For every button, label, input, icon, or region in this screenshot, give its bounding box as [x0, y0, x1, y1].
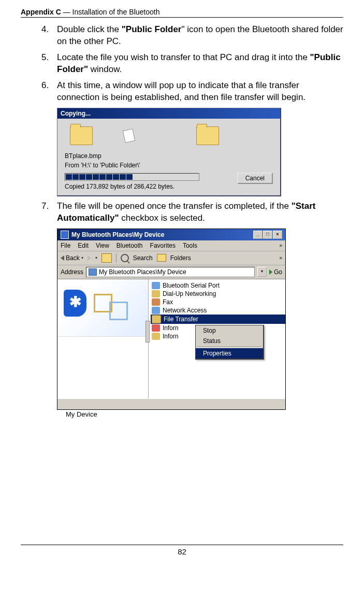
- search-icon: [121, 254, 129, 262]
- dropdown-icon: ▾: [95, 255, 97, 260]
- statusbar: [57, 398, 285, 409]
- window-icon: [61, 231, 69, 239]
- step-number: 4.: [41, 24, 57, 48]
- menu-view[interactable]: View: [96, 242, 109, 249]
- page-header: Appendix C — Installation of the Bluetoo…: [21, 8, 343, 18]
- page-number: 82: [178, 547, 186, 556]
- address-label: Address: [61, 268, 83, 276]
- page-footer: 82: [21, 545, 343, 556]
- close-button[interactable]: ×: [273, 231, 282, 239]
- step-6: 6. At this time, a window will pop up to…: [41, 80, 343, 104]
- explorer-figure: My Bluetooth Places\My Device _ □ × File…: [57, 229, 343, 410]
- go-button[interactable]: Go: [269, 268, 282, 276]
- address-dropdown-button[interactable]: ▾: [257, 267, 267, 277]
- cancel-button[interactable]: Cancel: [237, 173, 273, 184]
- toolbar: Back ▾ ▾ Search Folders »: [57, 251, 285, 265]
- back-button[interactable]: Back ▾: [61, 254, 83, 262]
- context-stop[interactable]: Stop: [196, 325, 263, 336]
- explorer-window: My Bluetooth Places\My Device _ □ × File…: [57, 229, 286, 410]
- service-file-transfer[interactable]: File Transfer: [151, 315, 285, 324]
- info-icon: [152, 333, 160, 340]
- step-number: 7.: [41, 201, 57, 224]
- chevron-icon[interactable]: »: [279, 255, 282, 261]
- menu-bluetooth[interactable]: Bluetooth: [117, 242, 143, 249]
- up-folder-button[interactable]: [101, 253, 112, 263]
- step-number: 5.: [41, 52, 57, 76]
- step-4: 4. Double click the "Public Folder" icon…: [41, 24, 343, 48]
- menubar: File Edit View Bluetooth Favorites Tools…: [57, 240, 285, 251]
- step-5: 5. Locate the file you wish to transfer …: [41, 52, 343, 76]
- context-properties[interactable]: Properties: [196, 348, 263, 359]
- titlebar[interactable]: My Bluetooth Places\My Device _ □ ×: [57, 229, 285, 240]
- folder-icon: [152, 315, 161, 323]
- device-label: My Device: [66, 410, 97, 418]
- step-number: 6.: [41, 80, 57, 104]
- dialup-icon: [152, 290, 160, 297]
- service-network[interactable]: Network Access: [151, 306, 285, 315]
- header-sep: —: [61, 8, 72, 16]
- context-menu: Stop Status Properties: [195, 325, 264, 360]
- copying-dialog-figure: Copying... BTplace.bmp From 'H:\' to 'Pu…: [57, 108, 343, 196]
- chevron-icon[interactable]: »: [279, 243, 282, 248]
- header-title: Installation of the Bluetooth: [72, 8, 160, 16]
- address-value: My Bluetooth Places\My Device: [99, 268, 186, 276]
- dropdown-icon: ▾: [81, 255, 83, 260]
- service-dialup[interactable]: Dial-Up Networking: [151, 290, 285, 298]
- maximize-button[interactable]: □: [263, 231, 272, 239]
- left-pane: ✱ My Device: [57, 279, 149, 398]
- decorative-shapes: [94, 294, 130, 320]
- arrow-left-icon: [61, 255, 64, 261]
- search-button[interactable]: Search: [133, 254, 153, 262]
- folders-button[interactable]: Folders: [170, 254, 191, 262]
- copy-status: Copied 173,892 bytes of 286,422 bytes.: [65, 183, 273, 190]
- copy-from: From 'H:\' to 'Public Folder\': [65, 162, 273, 169]
- appendix-label: Appendix C: [21, 8, 61, 16]
- menu-separator: [197, 347, 262, 348]
- window-title: My Bluetooth Places\My Device: [71, 231, 164, 238]
- info-icon: [152, 324, 160, 332]
- address-input[interactable]: My Bluetooth Places\My Device: [86, 267, 255, 277]
- menu-favorites[interactable]: Favorites: [150, 242, 176, 249]
- menu-edit[interactable]: Edit: [78, 242, 89, 249]
- copying-dialog: Copying... BTplace.bmp From 'H:\' to 'Pu…: [57, 108, 281, 196]
- menu-tools[interactable]: Tools: [183, 242, 197, 249]
- copy-filename: BTplace.bmp: [65, 152, 273, 160]
- flying-paper-icon: [123, 129, 136, 143]
- step-text: The file will be opened once the transfe…: [57, 201, 343, 224]
- folder-source-icon: [70, 126, 93, 145]
- go-arrow-icon: [269, 269, 272, 275]
- dialog-title: Copying...: [57, 108, 280, 119]
- network-icon: [152, 307, 160, 314]
- address-icon: [89, 268, 97, 276]
- step-text: At this time, a window will pop up to in…: [57, 80, 343, 104]
- right-pane: Bluetooth Serial Port Dial-Up Networking…: [149, 279, 285, 398]
- service-serial[interactable]: Bluetooth Serial Port: [151, 281, 285, 290]
- folder-dest-icon: [196, 126, 219, 145]
- progress-bar: [65, 173, 199, 181]
- serial-icon: [152, 282, 160, 289]
- addressbar: Address My Bluetooth Places\My Device ▾ …: [57, 265, 285, 279]
- step-7: 7. The file will be opened once the tran…: [41, 201, 343, 224]
- step-text: Double click the "Public Folder" icon to…: [57, 24, 343, 48]
- step-text: Locate the file you wish to transfer to …: [57, 52, 343, 76]
- context-status[interactable]: Status: [196, 336, 263, 346]
- service-fax[interactable]: Fax: [151, 298, 285, 306]
- forward-button[interactable]: [88, 255, 91, 261]
- fax-icon: [152, 298, 160, 306]
- menu-file[interactable]: File: [61, 242, 70, 249]
- folders-icon: [157, 254, 166, 262]
- minimize-button[interactable]: _: [253, 231, 263, 239]
- bluetooth-icon: ✱: [64, 290, 86, 317]
